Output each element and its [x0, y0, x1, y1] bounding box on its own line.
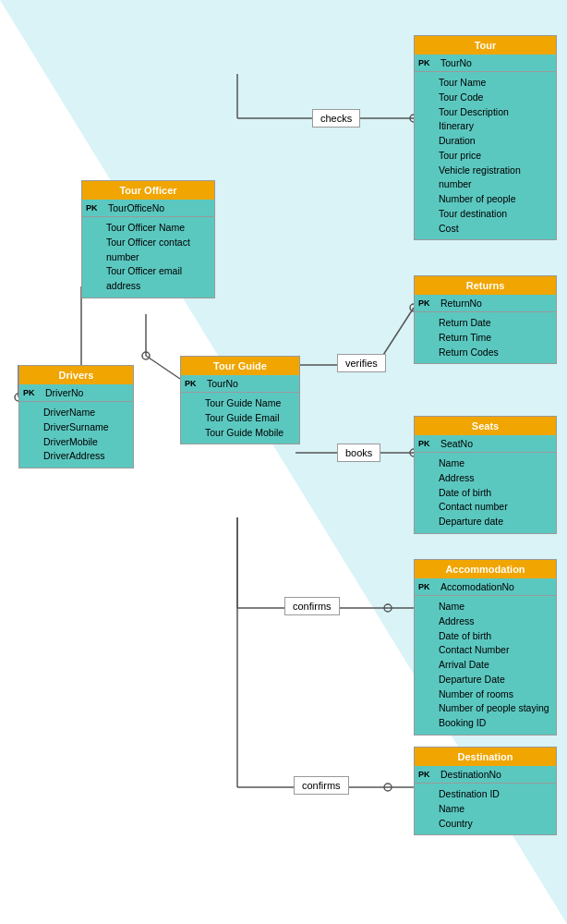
- field-item: DriverSurname: [43, 420, 127, 435]
- tour-officer-pk-field: TourOfficeNo: [108, 202, 164, 213]
- field-item: Name: [439, 802, 550, 817]
- tour-guide-pk-label: PK: [185, 379, 203, 388]
- accommodation-entity: Accommodation PK AccomodationNo Name Add…: [414, 559, 557, 736]
- field-item: DriverAddress: [43, 449, 127, 464]
- confirms1-label: confirms: [284, 597, 340, 615]
- field-item: Tour Code: [439, 91, 550, 105]
- field-item: Tour Officer contact number: [106, 236, 209, 265]
- field-item: Return Codes: [439, 346, 550, 360]
- field-item: Itinerary: [439, 119, 550, 134]
- field-item: Arrival Date: [439, 658, 550, 673]
- field-item: Departure date: [439, 515, 550, 529]
- field-item: Booking ID: [439, 716, 550, 731]
- tour-guide-fields: Tour Guide Name Tour Guide Email Tour Gu…: [181, 393, 299, 444]
- tour-guide-header: Tour Guide: [181, 357, 299, 375]
- accommodation-fields: Name Address Date of birth Contact Numbe…: [415, 596, 556, 735]
- tour-officer-entity: Tour Officer PK TourOfficeNo Tour Office…: [81, 180, 215, 298]
- field-item: Tour Guide Email: [205, 411, 294, 426]
- tour-pk-field: TourNo: [440, 57, 472, 68]
- tour-officer-pk-row: PK TourOfficeNo: [82, 200, 214, 217]
- accommodation-pk-label: PK: [418, 582, 437, 591]
- destination-entity: Destination PK DestinationNo Destination…: [414, 747, 557, 835]
- destination-header: Destination: [415, 748, 556, 766]
- seats-header: Seats: [415, 417, 556, 435]
- drivers-fields: DriverName DriverSurname DriverMobile Dr…: [19, 402, 133, 468]
- field-item: Tour Guide Name: [205, 396, 294, 411]
- tour-pk-row: PK TourNo: [415, 55, 556, 72]
- svg-line-2: [146, 356, 180, 379]
- field-item: Cost: [439, 222, 550, 237]
- svg-point-1: [142, 352, 150, 359]
- svg-point-21: [384, 604, 392, 612]
- field-item: Number of people: [439, 192, 550, 207]
- field-item: Return Date: [439, 316, 550, 331]
- field-item: Tour Officer email address: [106, 264, 209, 294]
- destination-pk-row: PK DestinationNo: [415, 766, 556, 784]
- tour-header: Tour: [415, 36, 556, 55]
- tour-guide-pk-row: PK TourNo: [181, 375, 299, 393]
- tour-guide-pk-field: TourNo: [207, 378, 238, 389]
- returns-header: Returns: [415, 276, 556, 295]
- field-item: Duration: [439, 134, 550, 149]
- accommodation-pk-field: AccomodationNo: [440, 581, 514, 592]
- tour-officer-fields: Tour Officer Name Tour Officer contact n…: [82, 217, 214, 298]
- returns-fields: Return Date Return Time Return Codes: [415, 312, 556, 363]
- returns-pk-row: PK ReturnNo: [415, 295, 556, 312]
- field-item: Number of people staying: [439, 701, 550, 716]
- field-item: Number of rooms: [439, 687, 550, 702]
- returns-entity: Returns PK ReturnNo Return Date Return T…: [414, 275, 557, 364]
- field-item: Tour destination: [439, 207, 550, 222]
- seats-pk-label: PK: [418, 439, 437, 448]
- seats-pk-field: SeatNo: [440, 438, 473, 449]
- seats-fields: Name Address Date of birth Contact numbe…: [415, 453, 556, 533]
- field-item: DriverMobile: [43, 435, 127, 450]
- tour-pk-label: PK: [418, 58, 437, 67]
- svg-point-26: [384, 784, 392, 791]
- returns-pk-field: ReturnNo: [440, 298, 482, 309]
- field-item: Name: [439, 456, 550, 471]
- field-item: Address: [439, 471, 550, 486]
- drivers-pk-field: DriverNo: [45, 387, 83, 398]
- accommodation-header: Accommodation: [415, 560, 556, 578]
- drivers-pk-row: PK DriverNo: [19, 384, 133, 402]
- accommodation-pk-row: PK AccomodationNo: [415, 578, 556, 596]
- field-item: Date of birth: [439, 486, 550, 501]
- field-item: Contact Number: [439, 643, 550, 658]
- drivers-pk-label: PK: [23, 388, 42, 397]
- field-item: Destination ID: [439, 787, 550, 802]
- tour-guide-entity: Tour Guide PK TourNo Tour Guide Name Tou…: [180, 356, 300, 444]
- field-item: Country: [439, 817, 550, 832]
- seats-pk-row: PK SeatNo: [415, 435, 556, 453]
- seats-entity: Seats PK SeatNo Name Address Date of bir…: [414, 416, 557, 534]
- field-item: Return Time: [439, 331, 550, 346]
- destination-pk-label: PK: [418, 770, 437, 779]
- field-item: Tour Name: [439, 76, 550, 91]
- field-item: Name: [439, 600, 550, 614]
- field-item: Address: [439, 614, 550, 629]
- field-item: Tour Description: [439, 105, 550, 120]
- drivers-header: Drivers: [19, 366, 133, 384]
- destination-fields: Destination ID Name Country: [415, 784, 556, 834]
- field-item: Tour Officer Name: [106, 221, 209, 236]
- returns-pk-label: PK: [418, 298, 437, 308]
- field-item: Vehicle registration number: [439, 164, 550, 193]
- field-item: Contact number: [439, 500, 550, 515]
- field-item: Tour Guide Mobile: [205, 426, 294, 441]
- destination-pk-field: DestinationNo: [440, 769, 501, 780]
- field-item: DriverName: [43, 406, 127, 420]
- field-item: Tour price: [439, 149, 550, 164]
- field-item: Departure Date: [439, 673, 550, 687]
- tour-officer-header: Tour Officer: [82, 181, 214, 200]
- confirms2-label: confirms: [294, 776, 349, 795]
- drivers-entity: Drivers PK DriverNo DriverName DriverSur…: [18, 365, 134, 468]
- tour-entity: Tour PK TourNo Tour Name Tour Code Tour …: [414, 35, 557, 240]
- books-label: books: [337, 444, 380, 462]
- tour-fields: Tour Name Tour Code Tour Description Iti…: [415, 72, 556, 239]
- verifies-label: verifies: [337, 354, 386, 372]
- checks-label: checks: [312, 109, 360, 128]
- field-item: Date of birth: [439, 629, 550, 644]
- tour-officer-pk-label: PK: [86, 203, 104, 213]
